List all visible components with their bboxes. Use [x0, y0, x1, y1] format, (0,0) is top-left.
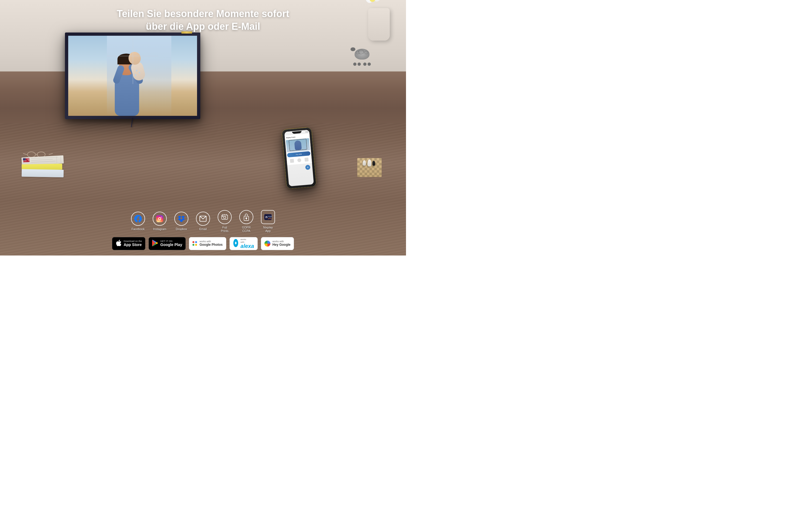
- badges-row: Download on the App Store GET IT ON Go: [112, 237, 294, 250]
- chess-board: [357, 158, 382, 177]
- fuji-prints-icon-item: FujiPrints: [218, 210, 232, 233]
- email-circle: [196, 212, 210, 226]
- heading-line1: Teilen Sie besondere Momente sofort: [117, 8, 289, 19]
- app-store-large: App Store: [124, 243, 142, 247]
- frame-inner: [68, 36, 197, 116]
- dropbox-label: Dropbox: [176, 227, 187, 231]
- alexa-badge[interactable]: works with alexa: [230, 237, 258, 250]
- instagram-circle: [153, 212, 167, 226]
- google-photos-icon: [193, 241, 197, 246]
- apple-icon: [116, 239, 121, 248]
- google-play-large: Google Play: [160, 243, 182, 247]
- fuji-label: FujiPrints: [221, 226, 228, 233]
- books-stack: [22, 157, 65, 177]
- svg-rect-0: [156, 215, 163, 222]
- alexa-icon: [233, 239, 238, 249]
- svg-text:plus: plus: [268, 217, 272, 219]
- digital-photo-frame: [65, 32, 200, 119]
- email-label: Email: [199, 227, 207, 231]
- hey-google-small: works with: [272, 240, 291, 243]
- instagram-icon-item: Instagram: [153, 212, 167, 231]
- google-play-small: GET IT ON: [160, 240, 182, 243]
- heading-line2: über die App oder E-Mail: [146, 21, 260, 32]
- facebook-label: Facebook: [132, 227, 145, 231]
- google-photos-badge[interactable]: works with Google Photos: [189, 237, 226, 250]
- phone-body: 9:41 Nixplay Frame Play All ▶: [282, 127, 317, 189]
- phone-app-content: Nixplay Frame Play All ▶: [285, 134, 312, 165]
- nixplay-icon-item: n nixplay plus NixplayApp: [261, 210, 275, 233]
- google-play-badge[interactable]: GET IT ON Google Play: [149, 237, 186, 250]
- gdpr-icon-item: GDPRCCPA: [239, 210, 253, 233]
- turtle-decoration: [353, 49, 371, 64]
- facebook-circle: [131, 212, 145, 226]
- social-icons-row: Facebook: [131, 210, 275, 233]
- frame-shadow: [70, 118, 195, 123]
- dropbox-circle: [174, 212, 188, 226]
- google-play-text: GET IT ON Google Play: [160, 240, 182, 247]
- facebook-icon-item: Facebook: [131, 212, 145, 231]
- frame-photo: [68, 36, 197, 116]
- gdpr-circle: [239, 210, 253, 224]
- hey-google-text: works with Hey Google: [272, 240, 291, 247]
- alexa-text: works with alexa: [241, 238, 254, 249]
- hey-google-badge[interactable]: works with Hey Google: [261, 237, 294, 250]
- smartphone: 9:41 Nixplay Frame Play All ▶: [282, 127, 317, 189]
- svg-text:n: n: [265, 215, 267, 219]
- svg-point-2: [161, 217, 162, 218]
- google-photos-large: Google Photos: [200, 243, 223, 247]
- hey-google-large: Hey Google: [272, 243, 291, 247]
- app-store-text: Download on the App Store: [124, 240, 142, 247]
- main-container: Teilen Sie besondere Momente sofort über…: [0, 0, 406, 256]
- svg-point-18: [235, 242, 237, 245]
- gdpr-label: GDPRCCPA: [242, 226, 251, 233]
- app-store-small: Download on the: [124, 240, 142, 243]
- nixplay-label: NixplayApp: [263, 226, 273, 233]
- email-icon-item: Email: [196, 212, 210, 231]
- svg-point-11: [246, 218, 247, 219]
- phone-screen: 9:41 Nixplay Frame Play All ▶: [284, 130, 314, 186]
- instagram-label: Instagram: [153, 227, 167, 231]
- svg-rect-8: [224, 216, 226, 218]
- phone-nav-row: [287, 156, 311, 164]
- dropbox-icon-item: Dropbox: [174, 212, 188, 231]
- fuji-circle: [218, 210, 232, 224]
- hey-google-icon: [264, 240, 270, 247]
- google-photos-small: works with: [200, 240, 223, 243]
- app-store-badge[interactable]: Download on the App Store: [112, 237, 146, 250]
- main-heading: Teilen Sie besondere Momente sofort über…: [108, 7, 298, 33]
- nixplay-circle: n nixplay plus: [261, 210, 275, 224]
- vase-decoration: [368, 8, 390, 40]
- google-play-icon: [152, 240, 158, 247]
- frame-outer: [65, 32, 200, 119]
- google-photos-text: works with Google Photos: [200, 240, 223, 247]
- svg-point-9: [222, 216, 223, 216]
- phone-frame-preview: [286, 138, 310, 152]
- chess-pieces: [357, 158, 384, 180]
- bottom-section: Facebook: [0, 201, 406, 256]
- book-blue: [22, 169, 64, 177]
